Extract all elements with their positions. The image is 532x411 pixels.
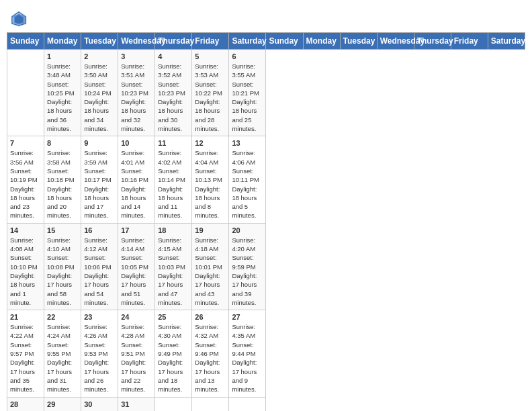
day-number: 18 bbox=[158, 226, 189, 234]
calendar-cell bbox=[155, 397, 192, 411]
column-header-thursday: Thursday bbox=[414, 33, 451, 50]
calendar-cell: 27Sunrise: 4:35 AM Sunset: 9:44 PM Dayli… bbox=[229, 310, 266, 397]
day-number: 1 bbox=[47, 52, 78, 60]
logo bbox=[9, 9, 30, 28]
day-info: Sunrise: 4:18 AM Sunset: 10:01 PM Daylig… bbox=[195, 236, 226, 307]
calendar-cell: 6Sunrise: 3:55 AM Sunset: 10:21 PM Dayli… bbox=[229, 50, 266, 136]
day-number: 8 bbox=[47, 139, 78, 147]
column-header-saturday: Saturday bbox=[229, 33, 266, 50]
day-number: 14 bbox=[10, 226, 41, 234]
calendar-week-5: 28Sunrise: 4:37 AM Sunset: 9:42 PM Dayli… bbox=[7, 397, 525, 411]
day-info: Sunrise: 4:30 AM Sunset: 9:49 PM Dayligh… bbox=[158, 322, 189, 394]
calendar-week-1: 1Sunrise: 3:48 AM Sunset: 10:25 PM Dayli… bbox=[7, 50, 525, 136]
calendar-cell: 23Sunrise: 4:26 AM Sunset: 9:53 PM Dayli… bbox=[81, 310, 118, 397]
day-info: Sunrise: 3:56 AM Sunset: 10:19 PM Daylig… bbox=[10, 148, 41, 220]
calendar-cell: 13Sunrise: 4:06 AM Sunset: 10:11 PM Dayl… bbox=[229, 136, 266, 223]
calendar-cell: 16Sunrise: 4:12 AM Sunset: 10:06 PM Dayl… bbox=[81, 223, 118, 310]
day-info: Sunrise: 4:35 AM Sunset: 9:44 PM Dayligh… bbox=[232, 322, 263, 394]
column-header-monday: Monday bbox=[303, 33, 340, 50]
day-info: Sunrise: 4:10 AM Sunset: 10:08 PM Daylig… bbox=[47, 236, 78, 307]
logo-icon bbox=[9, 9, 28, 28]
day-info: Sunrise: 3:50 AM Sunset: 10:24 PM Daylig… bbox=[84, 62, 115, 133]
day-number: 9 bbox=[84, 139, 115, 147]
day-number: 23 bbox=[84, 313, 115, 321]
calendar-cell: 14Sunrise: 4:08 AM Sunset: 10:10 PM Dayl… bbox=[7, 223, 44, 310]
column-header-sunday: Sunday bbox=[7, 33, 44, 50]
day-info: Sunrise: 4:01 AM Sunset: 10:16 PM Daylig… bbox=[121, 148, 152, 220]
calendar-cell: 19Sunrise: 4:18 AM Sunset: 10:01 PM Dayl… bbox=[192, 223, 229, 310]
day-info: Sunrise: 3:52 AM Sunset: 10:23 PM Daylig… bbox=[158, 62, 189, 133]
day-number: 2 bbox=[84, 52, 115, 60]
calendar-cell bbox=[7, 50, 44, 136]
day-number: 17 bbox=[121, 226, 152, 234]
day-info: Sunrise: 4:22 AM Sunset: 9:57 PM Dayligh… bbox=[10, 322, 41, 394]
calendar-cell: 21Sunrise: 4:22 AM Sunset: 9:57 PM Dayli… bbox=[7, 310, 44, 397]
calendar-cell: 1Sunrise: 3:48 AM Sunset: 10:25 PM Dayli… bbox=[44, 50, 81, 136]
calendar-cell: 7Sunrise: 3:56 AM Sunset: 10:19 PM Dayli… bbox=[7, 136, 44, 223]
calendar-cell: 2Sunrise: 3:50 AM Sunset: 10:24 PM Dayli… bbox=[81, 50, 118, 136]
column-header-monday: Monday bbox=[44, 33, 81, 50]
day-number: 31 bbox=[121, 400, 152, 408]
day-number: 28 bbox=[10, 400, 41, 408]
calendar-cell: 8Sunrise: 3:58 AM Sunset: 10:18 PM Dayli… bbox=[44, 136, 81, 223]
day-info: Sunrise: 4:26 AM Sunset: 9:53 PM Dayligh… bbox=[84, 322, 115, 394]
day-number: 11 bbox=[158, 139, 189, 147]
calendar-cell: 17Sunrise: 4:14 AM Sunset: 10:05 PM Dayl… bbox=[118, 223, 155, 310]
calendar-cell: 4Sunrise: 3:52 AM Sunset: 10:23 PM Dayli… bbox=[155, 50, 192, 136]
calendar-cell: 25Sunrise: 4:30 AM Sunset: 9:49 PM Dayli… bbox=[155, 310, 192, 397]
day-info: Sunrise: 4:02 AM Sunset: 10:14 PM Daylig… bbox=[158, 148, 189, 220]
calendar-cell: 3Sunrise: 3:51 AM Sunset: 10:23 PM Dayli… bbox=[118, 50, 155, 136]
calendar-cell: 18Sunrise: 4:15 AM Sunset: 10:03 PM Dayl… bbox=[155, 223, 192, 310]
calendar-cell: 29Sunrise: 4:39 AM Sunset: 9:39 PM Dayli… bbox=[44, 397, 81, 411]
day-number: 5 bbox=[195, 52, 226, 60]
calendar-cell: 30Sunrise: 4:41 AM Sunset: 9:37 PM Dayli… bbox=[81, 397, 118, 411]
day-number: 25 bbox=[158, 313, 189, 321]
calendar-cell: 20Sunrise: 4:20 AM Sunset: 9:59 PM Dayli… bbox=[229, 223, 266, 310]
column-header-thursday: Thursday bbox=[155, 33, 192, 50]
column-header-tuesday: Tuesday bbox=[81, 33, 118, 50]
day-info: Sunrise: 4:28 AM Sunset: 9:51 PM Dayligh… bbox=[121, 322, 152, 394]
calendar-cell: 22Sunrise: 4:24 AM Sunset: 9:55 PM Dayli… bbox=[44, 310, 81, 397]
day-info: Sunrise: 4:04 AM Sunset: 10:13 PM Daylig… bbox=[195, 148, 226, 220]
calendar-week-4: 21Sunrise: 4:22 AM Sunset: 9:57 PM Dayli… bbox=[7, 310, 525, 397]
day-info: Sunrise: 3:51 AM Sunset: 10:23 PM Daylig… bbox=[121, 62, 152, 133]
calendar-header-row: SundayMondayTuesdayWednesdayThursdayFrid… bbox=[7, 33, 525, 50]
calendar-cell: 28Sunrise: 4:37 AM Sunset: 9:42 PM Dayli… bbox=[7, 397, 44, 411]
day-number: 3 bbox=[121, 52, 152, 60]
column-header-sunday: Sunday bbox=[266, 33, 303, 50]
day-info: Sunrise: 4:32 AM Sunset: 9:46 PM Dayligh… bbox=[195, 322, 226, 394]
column-header-saturday: Saturday bbox=[488, 33, 525, 50]
day-info: Sunrise: 4:12 AM Sunset: 10:06 PM Daylig… bbox=[84, 236, 115, 307]
day-number: 19 bbox=[195, 226, 226, 234]
day-info: Sunrise: 3:53 AM Sunset: 10:22 PM Daylig… bbox=[195, 62, 226, 133]
calendar-week-2: 7Sunrise: 3:56 AM Sunset: 10:19 PM Dayli… bbox=[7, 136, 525, 223]
day-info: Sunrise: 4:20 AM Sunset: 9:59 PM Dayligh… bbox=[232, 236, 263, 307]
day-info: Sunrise: 4:06 AM Sunset: 10:11 PM Daylig… bbox=[232, 148, 263, 220]
column-header-friday: Friday bbox=[451, 33, 488, 50]
column-header-friday: Friday bbox=[192, 33, 229, 50]
day-number: 12 bbox=[195, 139, 226, 147]
day-number: 4 bbox=[158, 52, 189, 60]
day-number: 20 bbox=[232, 226, 263, 234]
calendar-cell: 11Sunrise: 4:02 AM Sunset: 10:14 PM Dayl… bbox=[155, 136, 192, 223]
day-number: 10 bbox=[121, 139, 152, 147]
day-number: 13 bbox=[232, 139, 263, 147]
day-info: Sunrise: 3:55 AM Sunset: 10:21 PM Daylig… bbox=[232, 62, 263, 133]
day-info: Sunrise: 4:24 AM Sunset: 9:55 PM Dayligh… bbox=[47, 322, 78, 394]
day-number: 26 bbox=[195, 313, 226, 321]
day-number: 27 bbox=[232, 313, 263, 321]
day-number: 16 bbox=[84, 226, 115, 234]
day-number: 24 bbox=[121, 313, 152, 321]
calendar-week-3: 14Sunrise: 4:08 AM Sunset: 10:10 PM Dayl… bbox=[7, 223, 525, 310]
calendar-cell: 9Sunrise: 3:59 AM Sunset: 10:17 PM Dayli… bbox=[81, 136, 118, 223]
calendar-cell: 5Sunrise: 3:53 AM Sunset: 10:22 PM Dayli… bbox=[192, 50, 229, 136]
day-number: 29 bbox=[47, 400, 78, 408]
day-info: Sunrise: 3:58 AM Sunset: 10:18 PM Daylig… bbox=[47, 148, 78, 220]
day-info: Sunrise: 4:15 AM Sunset: 10:03 PM Daylig… bbox=[158, 236, 189, 307]
day-number: 21 bbox=[10, 313, 41, 321]
day-info: Sunrise: 3:48 AM Sunset: 10:25 PM Daylig… bbox=[47, 62, 78, 133]
calendar-cell: 15Sunrise: 4:10 AM Sunset: 10:08 PM Dayl… bbox=[44, 223, 81, 310]
calendar-cell: 12Sunrise: 4:04 AM Sunset: 10:13 PM Dayl… bbox=[192, 136, 229, 223]
calendar-cell: 26Sunrise: 4:32 AM Sunset: 9:46 PM Dayli… bbox=[192, 310, 229, 397]
day-info: Sunrise: 4:08 AM Sunset: 10:10 PM Daylig… bbox=[10, 236, 41, 307]
